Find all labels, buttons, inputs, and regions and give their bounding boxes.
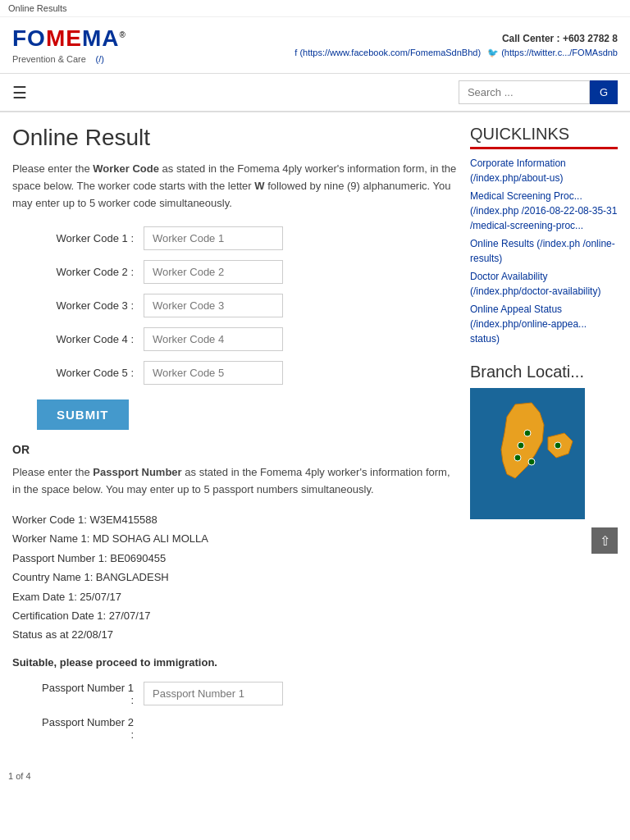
worker-code-description: Please enter the Worker Code as stated i… (12, 161, 458, 212)
twitter-icon: 🐦 (487, 48, 499, 57)
passport-form: Passport Number 1 : Passport Number 2 : (37, 682, 458, 741)
page-title: Online Result (12, 125, 458, 151)
top-bar: Online Results (0, 0, 630, 17)
quicklinks-item-online-results: Online Results (/index.ph /online-result… (470, 236, 618, 266)
scroll-top-button[interactable]: ⇧ (591, 527, 618, 554)
passport-row-1: Passport Number 1 : (37, 682, 458, 706)
branch-map[interactable] (470, 388, 585, 519)
quicklinks-link-corporate[interactable]: Corporate Information (/index.php/about-… (470, 158, 566, 184)
nav-bar: ☰ G (0, 74, 630, 112)
scroll-top-area: ⇧ (470, 527, 618, 554)
sidebar: QUICKLINKS Corporate Information (/index… (470, 125, 618, 756)
quicklinks-list: Corporate Information (/index.php/about-… (470, 156, 618, 346)
svg-point-5 (514, 454, 521, 461)
call-center: Call Center : +603 2782 8 (502, 33, 618, 44)
map-svg (470, 388, 585, 519)
result-status-date: Status as at 22/08/17 (12, 625, 458, 644)
branch-title: Branch Locati... (470, 363, 618, 381)
hamburger-icon[interactable]: ☰ (12, 83, 27, 103)
search-area: G (459, 80, 618, 104)
worker-code-input-3[interactable] (144, 294, 283, 317)
result-exam-date: Exam Date 1: 25/07/17 (12, 587, 458, 606)
svg-point-3 (518, 442, 524, 449)
result-worker-code: Worker Code 1: W3EM415588 (12, 510, 458, 529)
worker-code-input-2[interactable] (144, 260, 283, 284)
worker-code-input-4[interactable] (144, 327, 283, 351)
logo: FOMEMA® (12, 25, 126, 52)
search-button[interactable]: G (590, 80, 618, 104)
worker-code-row-4: Worker Code 4 : (37, 327, 458, 351)
or-separator: OR (12, 443, 458, 456)
social-links: f (https://www.facebook.com/FomemaSdnBhd… (294, 48, 618, 58)
content-area: Online Result Please enter the Worker Co… (12, 125, 470, 756)
quicklinks-item-corporate: Corporate Information (/index.php/about-… (470, 156, 618, 185)
submit-button[interactable]: SUBMIT (37, 399, 129, 430)
header: FOMEMA® Prevention & Care (/) Call Cente… (0, 17, 630, 74)
worker-code-row-2: Worker Code 2 : (37, 260, 458, 284)
worker-code-row-1: Worker Code 1 : (37, 226, 458, 250)
quicklinks-item-appeal: Online Appeal Status (/index.php/online-… (470, 302, 618, 346)
result-worker-name: Worker Name 1: MD SOHAG ALI MOLLA (12, 529, 458, 548)
search-input[interactable] (459, 80, 590, 104)
result-info: Worker Code 1: W3EM415588 Worker Name 1:… (12, 510, 458, 645)
facebook-icon: f (294, 48, 297, 57)
passport-input-1[interactable] (144, 682, 283, 705)
quicklinks-link-medical[interactable]: Medical Screening Proc... (/index.php /2… (470, 190, 617, 231)
quicklinks-item-medical: Medical Screening Proc... (/index.php /2… (470, 189, 618, 233)
quicklinks-title: QUICKLINKS (470, 125, 618, 149)
quicklinks-item-doctor: Doctor Availability (/index.php/doctor-a… (470, 269, 618, 299)
worker-code-label-3: Worker Code 3 : (37, 299, 144, 312)
passport-description: Please enter the Passport Number as stat… (12, 464, 458, 499)
worker-code-label-1: Worker Code 1 : (37, 232, 144, 244)
quicklinks-link-appeal[interactable]: Online Appeal Status (/index.php/online-… (470, 304, 587, 345)
passport-label-2: Passport Number 2 : (37, 716, 144, 741)
worker-code-label-5: Worker Code 5 : (37, 367, 144, 379)
svg-point-6 (528, 459, 535, 465)
quicklinks-link-online-results[interactable]: Online Results (/index.ph /online-result… (470, 238, 615, 264)
header-right: Call Center : +603 2782 8 f (https://www… (294, 33, 618, 58)
page-number: 1 of 4 (0, 768, 630, 784)
twitter-link[interactable]: 🐦 (https://twitter.c.../FOMAsdnb (487, 48, 618, 58)
passport-label-1: Passport Number 1 : (37, 682, 144, 706)
suitable-text: Suitable, please proceed to immigration. (12, 656, 458, 669)
result-cert-date: Certification Date 1: 27/07/17 (12, 606, 458, 625)
worker-code-row-3: Worker Code 3 : (37, 294, 458, 317)
svg-point-4 (524, 430, 531, 436)
worker-code-label-4: Worker Code 4 : (37, 333, 144, 345)
quicklinks-link-doctor[interactable]: Doctor Availability (/index.php/doctor-a… (470, 271, 600, 297)
logo-link[interactable]: (/) (96, 54, 104, 64)
main-layout: Online Result Please enter the Worker Co… (0, 112, 630, 768)
worker-code-row-5: Worker Code 5 : (37, 361, 458, 385)
logo-tagline: Prevention & Care (/) (12, 52, 126, 65)
logo-text: FOMEMA® (12, 25, 126, 51)
worker-code-label-2: Worker Code 2 : (37, 266, 144, 278)
worker-code-input-1[interactable] (144, 226, 283, 250)
top-bar-text: Online Results (8, 3, 67, 13)
result-country-name: Country Name 1: BANGLADESH (12, 568, 458, 587)
facebook-link[interactable]: f (https://www.facebook.com/FomemaSdnBhd… (294, 48, 481, 58)
worker-code-form: Worker Code 1 : Worker Code 2 : Worker C… (37, 226, 458, 385)
worker-code-input-5[interactable] (144, 361, 283, 385)
passport-row-2: Passport Number 2 : (37, 716, 458, 741)
svg-point-7 (555, 442, 561, 449)
logo-area: FOMEMA® Prevention & Care (/) (12, 25, 126, 65)
result-passport-number: Passport Number 1: BE0690455 (12, 549, 458, 568)
